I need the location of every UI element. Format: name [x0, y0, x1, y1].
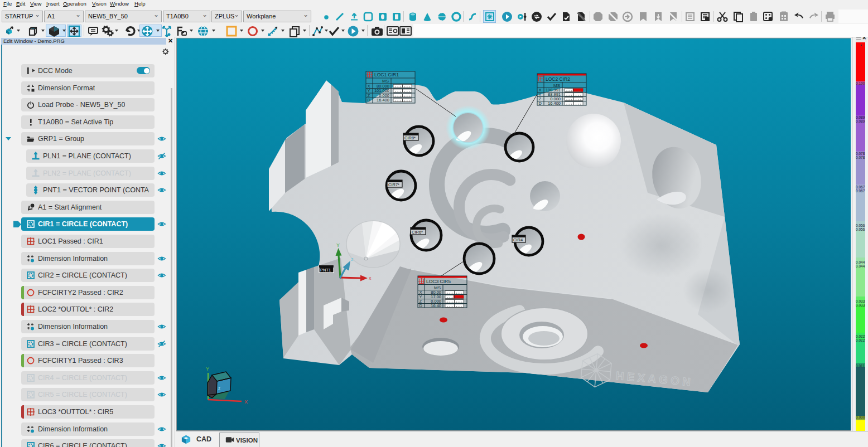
- svg-text:PNT1: PNT1: [320, 268, 331, 273]
- svg-text:LOC3 CIR5: LOC3 CIR5: [426, 279, 451, 284]
- svg-text:D: D: [368, 98, 371, 103]
- svg-text:z: z: [351, 256, 354, 262]
- svg-text:16.40: 16.40: [431, 303, 441, 308]
- svg-text:D: D: [419, 303, 423, 308]
- svg-text:CIR4: CIR4: [513, 237, 523, 242]
- svg-text:CIR8*: CIR8*: [404, 135, 416, 140]
- svg-text:x: x: [369, 275, 372, 281]
- svg-text:16.400: 16.400: [377, 98, 389, 103]
- svg-text:D: D: [539, 101, 542, 106]
- svg-text:Y: Y: [336, 242, 340, 248]
- svg-text:16.400: 16.400: [548, 101, 561, 106]
- svg-text:CIR7*: CIR7*: [388, 182, 399, 187]
- svg-text:Y: Y: [206, 366, 209, 372]
- svg-text:X: X: [244, 399, 248, 405]
- svg-text:CIR6*: CIR6*: [412, 230, 423, 235]
- svg-text:LOC2 CIR2: LOC2 CIR2: [546, 76, 570, 82]
- svg-text:z: z: [218, 386, 220, 391]
- svg-text:LOC1 CIR1: LOC1 CIR1: [374, 72, 399, 77]
